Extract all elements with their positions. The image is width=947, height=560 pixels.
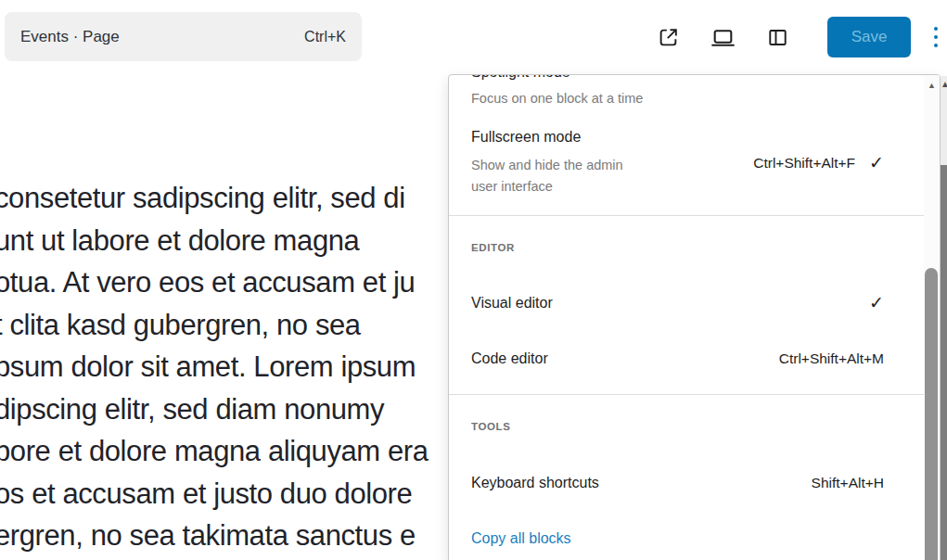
menu-divider xyxy=(449,215,924,216)
check-icon: ✓ xyxy=(869,294,884,312)
menu-item-keyboard-shortcuts[interactable]: Keyboard shortcuts Shift+Alt+H xyxy=(471,474,884,492)
options-dropdown-menu: Spotlight mode Focus on one block at a t… xyxy=(448,74,941,560)
sidebar-panel-icon xyxy=(765,25,790,50)
menu-item-visual-editor[interactable]: Visual editor ✓ xyxy=(471,294,884,312)
scroll-up-icon[interactable]: ▲ xyxy=(924,80,940,91)
page-scrollbar-thumb[interactable] xyxy=(941,165,947,560)
wordpress-block-editor: Events · Page Ctrl+K xyxy=(0,0,947,560)
menu-scrollbar-thumb[interactable] xyxy=(925,268,938,560)
visual-editor-label: Visual editor xyxy=(471,294,553,312)
command-palette-button[interactable]: Events · Page Ctrl+K xyxy=(5,12,362,61)
page-scrollbar[interactable]: ▲ xyxy=(941,76,947,560)
options-menu-content: Spotlight mode Focus on one block at a t… xyxy=(449,75,924,560)
code-editor-shortcut: Ctrl+Shift+Alt+M xyxy=(779,350,884,367)
save-button[interactable]: Save xyxy=(827,17,911,57)
canvas-text-line: dipscing elitr, sed diam nonumy xyxy=(0,388,429,431)
settings-sidebar-toggle[interactable] xyxy=(760,19,795,55)
preview-button[interactable] xyxy=(705,19,740,55)
menu-divider xyxy=(449,394,924,395)
canvas-text-line: t clita kasd gubergren, no sea xyxy=(0,304,429,347)
canvas-text-line: os et accusam et justo duo dolore xyxy=(0,473,429,515)
options-menu-button[interactable] xyxy=(922,17,947,57)
copy-all-blocks-label: Copy all blocks xyxy=(471,529,571,548)
canvas-text-line: ergren, no sea takimata sanctus e xyxy=(0,515,429,557)
canvas-text-line: bore et dolore magna aliquyam era xyxy=(0,430,429,473)
fullscreen-mode-description: Show and hide the admin user interface xyxy=(471,155,652,197)
header-actions: Save xyxy=(650,0,947,74)
keyboard-shortcuts-label: Keyboard shortcuts xyxy=(471,474,599,492)
code-editor-label: Code editor xyxy=(471,350,548,368)
tools-section-label: TOOLS xyxy=(471,421,884,432)
fullscreen-mode-meta: Ctrl+Shift+Alt+F ✓ xyxy=(753,154,884,172)
kebab-menu-icon xyxy=(934,27,938,47)
keyboard-shortcuts-shortcut: Shift+Alt+H xyxy=(812,475,884,491)
spotlight-mode-description: Focus on one block at a time xyxy=(471,88,884,109)
menu-scrollbar[interactable]: ▲ xyxy=(924,75,940,560)
paragraph-block[interactable]: consetetur sadipscing elitr, sed di unt … xyxy=(0,177,429,557)
document-title: Events · Page xyxy=(20,28,120,46)
canvas-text-line: psum dolor sit amet. Lorem ipsum xyxy=(0,346,429,388)
command-palette-shortcut: Ctrl+K xyxy=(304,29,346,45)
canvas-text-line: otua. At vero eos et accusam et ju xyxy=(0,261,429,304)
view-page-button[interactable] xyxy=(650,19,685,55)
menu-item-spotlight-mode[interactable]: Spotlight mode xyxy=(471,75,884,82)
menu-item-fullscreen-mode[interactable]: Fullscreen mode Show and hide the admin … xyxy=(471,128,884,197)
scroll-up-icon[interactable]: ▲ xyxy=(941,79,947,90)
editor-section-label: EDITOR xyxy=(471,242,884,253)
fullscreen-mode-text: Fullscreen mode Show and hide the admin … xyxy=(471,128,652,197)
menu-item-copy-all-blocks[interactable]: Copy all blocks xyxy=(471,529,884,548)
menu-item-code-editor[interactable]: Code editor Ctrl+Shift+Alt+M xyxy=(471,350,884,368)
canvas-text-line: consetetur sadipscing elitr, sed di xyxy=(0,177,429,220)
laptop-icon xyxy=(710,24,736,51)
check-icon: ✓ xyxy=(869,154,884,172)
canvas-text-line: unt ut labore et dolore magna xyxy=(0,220,429,262)
external-link-icon xyxy=(656,25,681,50)
fullscreen-mode-shortcut: Ctrl+Shift+Alt+F xyxy=(753,155,855,172)
editor-header: Events · Page Ctrl+K xyxy=(0,0,947,74)
fullscreen-mode-label: Fullscreen mode xyxy=(471,128,652,146)
